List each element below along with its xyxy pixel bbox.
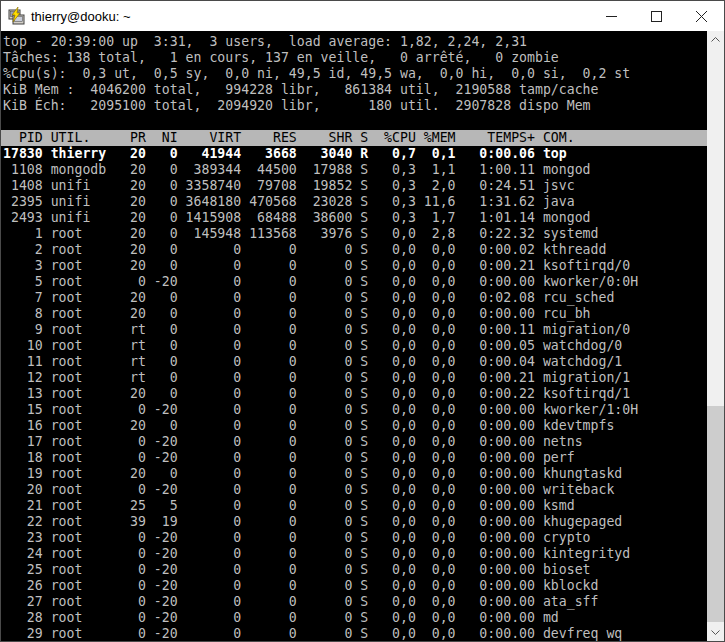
process-row: 15 root 0 -20 0 0 0 S 0,0 0,0 0:00.00 kw… [3, 402, 707, 418]
process-row: 21 root 25 5 0 0 0 S 0,0 0,0 0:00.00 ksm… [3, 498, 707, 514]
process-row: 9 root rt 0 0 0 0 S 0,0 0,0 0:00.11 migr… [3, 322, 707, 338]
process-row: 8 root 20 0 0 0 0 S 0,0 0,0 0:00.00 rcu_… [3, 306, 707, 322]
top-cpu-line: %Cpu(s): 0,3 ut, 0,5 sy, 0,0 ni, 49,5 id… [3, 66, 707, 82]
process-row: 13 root 20 0 0 0 0 S 0,0 0,0 0:00.22 kso… [3, 386, 707, 402]
process-row: 5 root 0 -20 0 0 0 S 0,0 0,0 0:00.00 kwo… [3, 274, 707, 290]
terminal-output[interactable]: top - 20:39:00 up 3:31, 3 users, load av… [1, 31, 707, 641]
window-title: thierry@dooku: ~ [31, 9, 131, 24]
titlebar[interactable]: thierry@dooku: ~ [1, 1, 724, 31]
process-row: 10 root rt 0 0 0 0 S 0,0 0,0 0:00.05 wat… [3, 338, 707, 354]
terminal-window: thierry@dooku: ~ top - 20:39:00 up 3:31,… [0, 0, 725, 642]
process-row: 1108 mongodb 20 0 389344 44500 17988 S 0… [3, 162, 707, 178]
scrollbar-thumb[interactable] [707, 406, 724, 622]
scroll-up-button[interactable] [707, 31, 724, 48]
process-table-header: PID UTIL. PR NI VIRT RES SHR S %CPU %MEM… [1, 130, 707, 146]
process-row: 24 root 0 -20 0 0 0 S 0,0 0,0 0:00.00 ki… [3, 546, 707, 562]
scroll-down-button[interactable] [707, 624, 724, 641]
process-row: 12 root rt 0 0 0 0 S 0,0 0,0 0:00.21 mig… [3, 370, 707, 386]
top-uptime-line: top - 20:39:00 up 3:31, 3 users, load av… [3, 34, 707, 50]
process-row: 18 root 0 -20 0 0 0 S 0,0 0,0 0:00.00 pe… [3, 450, 707, 466]
process-table: 17830 thierry 20 0 41944 3668 3040 R 0,7… [3, 146, 707, 641]
process-row: 28 root 0 -20 0 0 0 S 0,0 0,0 0:00.00 md [3, 610, 707, 626]
close-button[interactable] [679, 1, 724, 31]
process-row: 1 root 20 0 145948 113568 3976 S 0,0 2,8… [3, 226, 707, 242]
process-row: 27 root 0 -20 0 0 0 S 0,0 0,0 0:00.00 at… [3, 594, 707, 610]
top-tasks-line: Tâches: 138 total, 1 en cours, 137 en ve… [3, 50, 707, 66]
top-mem-line: KiB Mem : 4046200 total, 994228 libr, 86… [3, 82, 707, 98]
process-row: 16 root 20 0 0 0 0 S 0,0 0,0 0:00.00 kde… [3, 418, 707, 434]
scrollbar-track[interactable] [707, 48, 724, 624]
process-row: 3 root 20 0 0 0 0 S 0,0 0,0 0:00.21 ksof… [3, 258, 707, 274]
putty-terminal-icon [7, 7, 25, 25]
process-row: 2493 unifi 20 0 1415908 68488 38600 S 0,… [3, 210, 707, 226]
process-row: 11 root rt 0 0 0 0 S 0,0 0,0 0:00.04 wat… [3, 354, 707, 370]
process-row: 25 root 0 -20 0 0 0 S 0,0 0,0 0:00.00 bi… [3, 562, 707, 578]
blank-line [3, 114, 707, 130]
process-row: 7 root 20 0 0 0 0 S 0,0 0,0 0:02.08 rcu_… [3, 290, 707, 306]
process-row: 2395 unifi 20 0 3648180 470568 23028 S 0… [3, 194, 707, 210]
process-row: 2 root 20 0 0 0 0 S 0,0 0,0 0:00.02 kthr… [3, 242, 707, 258]
process-row: 26 root 0 -20 0 0 0 S 0,0 0,0 0:00.00 kb… [3, 578, 707, 594]
process-row: 1408 unifi 20 0 3358740 79708 19852 S 0,… [3, 178, 707, 194]
process-row: 17830 thierry 20 0 41944 3668 3040 R 0,7… [3, 146, 707, 162]
process-row: 22 root 39 19 0 0 0 S 0,0 0,0 0:00.00 kh… [3, 514, 707, 530]
maximize-button[interactable] [634, 1, 679, 31]
process-row: 19 root 20 0 0 0 0 S 0,0 0,0 0:00.00 khu… [3, 466, 707, 482]
process-row: 23 root 0 -20 0 0 0 S 0,0 0,0 0:00.00 cr… [3, 530, 707, 546]
process-row: 29 root 0 -20 0 0 0 S 0,0 0,0 0:00.00 de… [3, 626, 707, 641]
process-row: 17 root 0 -20 0 0 0 S 0,0 0,0 0:00.00 ne… [3, 434, 707, 450]
minimize-button[interactable] [589, 1, 634, 31]
scrollbar [707, 31, 724, 641]
terminal-content: top - 20:39:00 up 3:31, 3 users, load av… [1, 31, 724, 641]
process-row: 20 root 0 -20 0 0 0 S 0,0 0,0 0:00.00 wr… [3, 482, 707, 498]
top-swap-line: KiB Éch: 2095100 total, 2094920 libr, 18… [3, 98, 707, 114]
caption-buttons [589, 1, 724, 31]
